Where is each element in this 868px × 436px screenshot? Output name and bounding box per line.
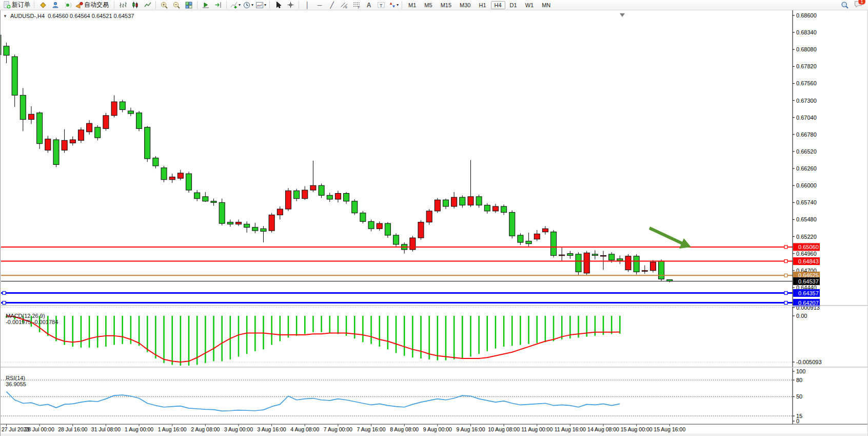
toolbar-right-tools: 1 [841,0,863,10]
candle [169,177,175,180]
community-button[interactable] [49,1,62,10]
svg-text:E: E [345,6,347,9]
templates-icon [255,1,264,9]
axis-label: 28 Jul 16:00 [58,426,87,432]
timeframe-m5[interactable]: M5 [421,1,436,9]
candle [277,209,283,215]
axis-label: 0.65220 [796,234,817,240]
line-handle[interactable] [784,301,787,305]
channel-tool[interactable]: E [338,1,350,10]
line-handle[interactable] [784,292,787,295]
toolbar-separator [114,1,114,9]
candle [650,262,656,271]
line-handle[interactable] [784,245,787,249]
candle [393,235,399,244]
cursor-icon [274,1,282,9]
candle [120,102,125,109]
arrows-dropdown-caret[interactable]: ▾ [397,3,399,7]
candlestick-type-button[interactable] [129,1,141,10]
axis-label: 14 Aug 08:00 [587,426,619,432]
tile-windows-button[interactable] [183,1,195,10]
gold-chart-icon [39,1,47,9]
axis-label: 4 Aug 08:00 [290,426,319,432]
vertical-line-tool[interactable]: │ [301,1,313,10]
axis-label: 7 Aug 00:00 [324,426,352,432]
timeframe-m15[interactable]: M15 [437,1,455,9]
horizontal-line-icon: ─ [318,2,322,9]
notifications-button[interactable]: 1 [854,0,863,10]
axis-label: 0.67560 [796,80,817,86]
zoom-out-button[interactable] [170,1,183,10]
candle [576,254,581,272]
new-order-button[interactable]: 新订单 [2,1,33,10]
autotrading-button[interactable]: 自动交易 [74,1,112,10]
candle [203,197,208,201]
timeframe-mn[interactable]: MN [538,1,554,9]
line-handle[interactable] [784,260,787,263]
new-chart-button[interactable] [37,1,49,10]
indicators-dropdown-caret[interactable]: ▾ [239,3,241,7]
templates-dropdown-caret[interactable]: ▾ [264,3,266,7]
macd-label: MACD(12,26,9) -0.001975 -0.001784 [3,307,58,325]
indicators-icon [230,1,238,9]
periods-dropdown-caret[interactable]: ▾ [251,3,253,7]
candle [70,140,75,143]
indicators-button[interactable]: ▾ [229,1,242,10]
candle [460,197,465,205]
timeframe-m30[interactable]: M30 [456,1,474,9]
timeframe-w1[interactable]: W1 [522,1,538,9]
timeframe-h1[interactable]: H1 [475,1,489,9]
fibonacci-tool[interactable]: F [350,1,363,10]
candle [567,254,573,256]
market-button[interactable] [62,1,74,10]
candle [410,238,416,250]
zoom-in-button[interactable] [158,1,170,10]
candle [294,191,300,198]
line-handle[interactable] [3,292,6,295]
new-order-icon [3,1,11,9]
templates-button[interactable]: ▾ [254,1,267,10]
axis-label: 0.65480 [796,216,817,222]
cursor-tool-button[interactable] [272,1,284,10]
axis-label: 11 Aug 16:00 [555,426,586,432]
text-tool[interactable]: A [363,1,375,10]
horizontal-line-tool[interactable]: ─ [313,1,326,10]
axis-label: 28 Jul 00:00 [25,426,54,432]
axis-label: 0.65060 [798,244,819,250]
crosshair-tool-button[interactable] [284,1,297,10]
timeframe-d1[interactable]: D1 [506,1,521,9]
candle [12,56,17,95]
axis-label: 15 Aug 16:00 [654,426,685,432]
auto-scroll-button[interactable] [200,1,212,10]
chart-shift-button[interactable] [212,1,224,10]
timeframe-m1[interactable]: M1 [405,1,420,9]
axis-label: 0.64960 [796,251,817,257]
toolbar-separator [197,1,198,9]
symbol-dropdown-caret[interactable]: ▼ [3,14,7,18]
candle [659,261,664,279]
timeframe-h4[interactable]: H4 [491,1,505,9]
line-handle[interactable] [3,301,6,305]
chart-title: ▼ AUDUSD-,H4 0.64560 0.64564 0.64521 0.6… [3,13,134,19]
chart-canvas[interactable]: 0.686000.683400.680800.678200.675600.673… [0,10,868,436]
trendline-tool[interactable]: ╱ [326,1,338,10]
axis-label: 0 [796,418,799,424]
main-chart-pane[interactable] [0,10,868,436]
bar-chart-type-button[interactable] [116,1,129,10]
arrows-tool[interactable]: ▾ [387,1,400,10]
axis-label: 9 Aug 16:00 [456,426,485,432]
timeframe-toolbar: M1M5M15M30H1H4D1W1MN [404,1,555,9]
periods-button[interactable]: ▾ [242,1,254,10]
label-tool[interactable]: T [375,1,387,10]
candle [352,201,358,213]
candle [335,193,341,199]
toolbar-separator [155,1,156,9]
candle [518,235,523,242]
line-handle[interactable] [784,274,787,277]
bar-chart-icon [119,1,127,9]
line-chart-type-button[interactable] [141,1,153,10]
axis-label: 0.66260 [796,165,817,172]
notification-badge: 1 [858,0,866,5]
candle [385,223,390,235]
search-icon[interactable] [841,1,849,9]
